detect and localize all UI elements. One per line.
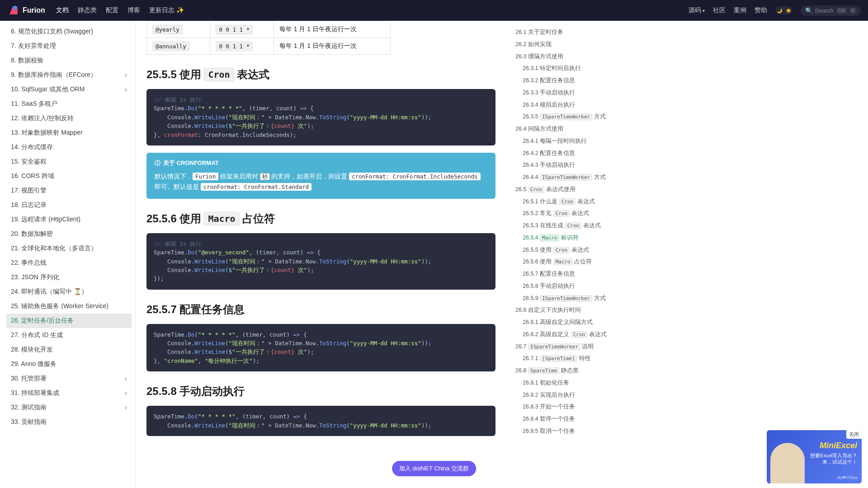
sidebar-item[interactable]: 24. 即时通讯（编写中 ⏳） bbox=[6, 285, 132, 299]
sidebar-item-label: 23. JSON 序列化 bbox=[11, 273, 59, 282]
toc-item[interactable]: 26.5.6 使用 Macro 占位符 bbox=[514, 256, 643, 268]
sidebar-item[interactable]: 19. 远程请求 (HttpClient) bbox=[6, 212, 132, 227]
toc-item[interactable]: 26.8.2 实现后台执行 bbox=[514, 389, 643, 401]
sidebar-item[interactable]: 12. 依赖注入/控制反转 bbox=[6, 111, 132, 126]
nav-link[interactable]: 文档 bbox=[56, 6, 69, 14]
toc-item[interactable]: 26.5 Cron 表达式使用 bbox=[514, 183, 643, 196]
nav-link[interactable]: 配置 bbox=[106, 6, 118, 14]
toc-item[interactable]: 26.3.4 模拟后台执行 bbox=[514, 99, 643, 111]
chevron-right-icon: › bbox=[125, 404, 127, 412]
toc-item[interactable]: 26.4.3 手动启动执行 bbox=[514, 159, 643, 171]
sidebar-item[interactable]: 29. Anno 微服务 bbox=[6, 357, 132, 371]
toc-item[interactable]: 26.6.1 高级自定义间隔方式 bbox=[514, 316, 643, 328]
sidebar-item[interactable]: 14. 分布式缓存 bbox=[6, 140, 132, 155]
nav-right-link[interactable]: 社区 bbox=[713, 6, 726, 14]
toc-item[interactable]: 26.7 ISpareTimeWorker 说明 bbox=[514, 341, 643, 353]
toc-item[interactable]: 26.3.1 特定时间后执行 bbox=[514, 62, 643, 75]
toc-item[interactable]: 26.5.4 Macro 标识符 bbox=[514, 232, 643, 244]
sidebar-item-label: 22. 事件总线 bbox=[11, 259, 47, 267]
toc-item[interactable]: 26.3.5 ISpareTimeWorker 方式 bbox=[514, 111, 643, 123]
search-input[interactable]: 🔍 Search Ctrl K bbox=[801, 5, 861, 16]
promo-illustration bbox=[770, 443, 805, 483]
toc-item[interactable]: 26.7.1 [SpareTime] 特性 bbox=[514, 352, 643, 365]
sidebar-item[interactable]: 30. 托管部署› bbox=[6, 371, 132, 386]
sidebar-item[interactable]: 11. SaaS 多租户 bbox=[6, 97, 132, 111]
sidebar-item[interactable]: 16. CORS 跨域 bbox=[6, 169, 132, 183]
sidebar-item[interactable]: 17. 视图引擎 bbox=[6, 183, 132, 198]
admon-title: ⓘ关于 CRONFORMAT bbox=[155, 159, 487, 167]
toc-item[interactable]: 26.5.8 手动启动执行 bbox=[514, 280, 643, 292]
sidebar-item-label: 24. 即时通讯（编写中 ⏳） bbox=[11, 288, 88, 296]
toc-item[interactable]: 26.5.3 在线生成 Cron 表达式 bbox=[514, 220, 643, 232]
toc-item[interactable]: 26.2 如何实现 bbox=[514, 38, 643, 51]
sidebar-item[interactable]: 32. 测试指南› bbox=[6, 400, 132, 415]
sidebar-item-label: 14. 分布式缓存 bbox=[11, 143, 53, 151]
sidebar-item[interactable]: 8. 数据校验 bbox=[6, 53, 132, 68]
theme-toggle[interactable]: 🌙☀️ bbox=[775, 6, 793, 14]
nav-link[interactable]: 更新日志 ✨ bbox=[149, 6, 184, 14]
sidebar-item-label: 30. 托管部署 bbox=[11, 375, 47, 383]
brand-logo[interactable]: Furion bbox=[7, 4, 45, 17]
sidebar-item[interactable]: 18. 日志记录 bbox=[6, 198, 132, 212]
code-block-cron: // 每隔 1s 执行 SpareTime.Do("* * * * * *", … bbox=[146, 89, 495, 145]
toc-item[interactable]: 26.3.3 手动启动执行 bbox=[514, 87, 643, 99]
sidebar-item-label: 21. 全球化和本地化（多语言） bbox=[11, 244, 97, 253]
info-icon: ⓘ bbox=[155, 159, 160, 167]
toc-item[interactable]: 26.5.5 使用 Cron 表达式 bbox=[514, 244, 643, 256]
sidebar-item[interactable]: 13. 对象数据映射 Mapper bbox=[6, 126, 132, 140]
sidebar-item[interactable]: 10. SqlSugar 或其他 ORM› bbox=[6, 82, 132, 97]
nav-right-link[interactable]: 源码 bbox=[689, 6, 705, 14]
toc-item[interactable]: 26.6 自定义下次执行时间 bbox=[514, 304, 643, 316]
heading-25-5-7: 25.5.7 配置任务信息 bbox=[146, 302, 495, 317]
toc-item[interactable]: 26.5.7 配置任务信息 bbox=[514, 268, 643, 280]
sidebar-item[interactable]: 6. 规范化接口文档 (Swagger) bbox=[6, 24, 132, 39]
toc-item[interactable]: 26.8 SpareTime 静态类 bbox=[514, 365, 643, 377]
toc-item[interactable]: 26.8.1 初始化任务 bbox=[514, 377, 643, 389]
sidebar-item-label: 7. 友好异常处理 bbox=[11, 42, 56, 50]
heading-25-5-6: 25.5.6 使用 Macro 占位符 bbox=[146, 211, 495, 226]
toc-item[interactable]: 26.8.3 开始一个任务 bbox=[514, 401, 643, 413]
toc-item[interactable]: 26.4 间隔方式使用 bbox=[514, 123, 643, 135]
kbd-ctrl: Ctrl bbox=[836, 8, 847, 14]
toc-item[interactable]: 26.5.2 常见 Cron 表达式 bbox=[514, 207, 643, 220]
toc-item[interactable]: 26.3.2 配置任务信息 bbox=[514, 75, 643, 87]
sidebar-item[interactable]: 7. 友好异常处理 bbox=[6, 39, 132, 53]
toc-item[interactable]: 26.3 缓隔方式使用 bbox=[514, 51, 643, 63]
promo-text: MiniExcel 想要Excel导入导出？来，试试这个！ bbox=[810, 441, 857, 465]
toc-item[interactable]: 26.4.1 每隔一段时间执行 bbox=[514, 135, 643, 147]
sidebar-item-label: 16. CORS 跨域 bbox=[11, 172, 54, 180]
toc-item[interactable]: 26.1 关于定时任务 bbox=[514, 26, 643, 38]
navbar: Furion 文档静态类配置博客更新日志 ✨ 源码 社区 案例 赞助 🌙☀️ 🔍… bbox=[0, 0, 868, 21]
nav-right-link[interactable]: 案例 bbox=[734, 6, 746, 14]
sidebar-item[interactable]: 26. 定时任务/后台任务 bbox=[6, 314, 132, 328]
sidebar-item[interactable]: 33. 贡献指南 bbox=[6, 415, 132, 429]
sidebar-item[interactable]: 31. 持续部署集成› bbox=[6, 386, 132, 400]
sidebar-item[interactable]: 20. 数据加解密 bbox=[6, 227, 132, 241]
join-group-button[interactable]: 加入 dotNET China 交流群 bbox=[392, 461, 476, 476]
sidebar-item[interactable]: 23. JSON 序列化 bbox=[6, 270, 132, 285]
cron-macro-table: @yearly0 0 1 1 *每年 1 月 1 日午夜运行一次@annuall… bbox=[146, 21, 391, 55]
promo-close-button[interactable]: 关闭 bbox=[846, 430, 862, 439]
toc-item[interactable]: 26.8.4 暂停一个任务 bbox=[514, 413, 643, 425]
toc-item[interactable]: 26.5.9 ISpareTimeWorker 方式 bbox=[514, 292, 643, 305]
toc-item[interactable]: 26.4.4 ISpareTimeWorker 方式 bbox=[514, 171, 643, 183]
sidebar-item-label: 18. 日志记录 bbox=[11, 201, 47, 209]
sidebar-item[interactable]: 15. 安全鉴权 bbox=[6, 155, 132, 169]
sidebar-item[interactable]: 27. 分布式 ID 生成 bbox=[6, 328, 132, 343]
promo-card[interactable]: 关闭 MiniExcel 想要Excel导入导出？来，试试这个！ dot❤Chi… bbox=[767, 430, 862, 483]
sidebar-item[interactable]: 25. 辅助角色服务 (Worker Service) bbox=[6, 299, 132, 314]
sidebar-item[interactable]: 21. 全球化和本地化（多语言） bbox=[6, 241, 132, 256]
toc-item[interactable]: 26.8.5 取消一个任务 bbox=[514, 425, 643, 437]
toc-item[interactable]: 26.5.1 什么是 Cron 表达式 bbox=[514, 196, 643, 208]
nav-link[interactable]: 静态类 bbox=[78, 6, 97, 14]
promo-tag: dot❤China bbox=[837, 475, 857, 480]
nav-link[interactable]: 博客 bbox=[127, 6, 140, 14]
toc-item[interactable]: 26.6.2 高级自定义 Cron 表达式 bbox=[514, 328, 643, 341]
sidebar-item[interactable]: 22. 事件总线 bbox=[6, 256, 132, 270]
nav-right-link[interactable]: 赞助 bbox=[755, 6, 767, 14]
toc-item[interactable]: 26.4.2 配置任务信息 bbox=[514, 147, 643, 160]
sidebar-item[interactable]: 9. 数据库操作指南（EFCore）› bbox=[6, 68, 132, 82]
sidebar-item-label: 9. 数据库操作指南（EFCore） bbox=[11, 71, 97, 79]
table-row: @yearly0 0 1 1 *每年 1 月 1 日午夜运行一次 bbox=[147, 21, 391, 38]
sidebar-item[interactable]: 28. 模块化开发 bbox=[6, 343, 132, 357]
